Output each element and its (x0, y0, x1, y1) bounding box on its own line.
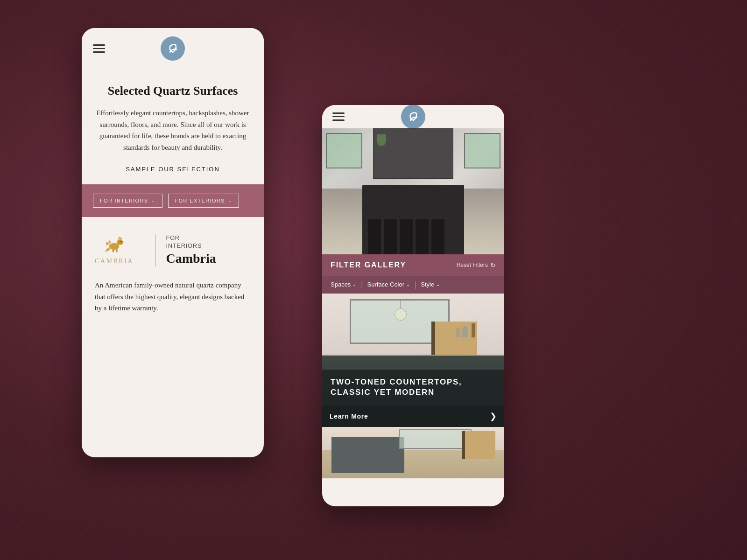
logo-circle[interactable] (161, 36, 185, 61)
chevron-down-icon: ⌄ (406, 282, 410, 287)
svg-point-0 (164, 40, 181, 57)
filter-tabs-section: FOR INTERIORS ⌄ FOR EXTERIORS ⌄ (82, 184, 264, 217)
left-phone-header (82, 28, 264, 69)
brand-name: Cambria (166, 251, 216, 266)
brand-description: An American family-owned natural quartz … (95, 280, 251, 314)
kitchen-hero-image (322, 128, 504, 254)
gallery-card-2 (322, 427, 504, 478)
chevron-down-icon: ⌄ (352, 282, 356, 287)
hero-section: Selected Quartz Surfaces Effortlessly el… (82, 69, 264, 184)
right-phone: FILTER GALLERY Reset Filters ↻ Spaces ⌄ … (322, 105, 504, 506)
hamburger-menu-icon[interactable] (93, 44, 105, 53)
gallery-caption: TWO-TONED COUNTERTOPS, CLASSIC YET MODER… (322, 370, 504, 405)
reset-icon: ↻ (490, 261, 496, 269)
svg-point-6 (405, 108, 422, 125)
brand-divider (155, 234, 156, 266)
brand-header: CAMBRIA FOR INTERIORS Cambria (95, 234, 251, 266)
learn-more-button[interactable]: Learn More ❯ (322, 406, 504, 427)
svg-rect-4 (116, 249, 118, 252)
style-dropdown[interactable]: Style ⌄ (421, 280, 440, 289)
svg-point-1 (109, 243, 120, 250)
for-interiors-tab[interactable]: FOR INTERIORS ⌄ (93, 194, 162, 208)
sample-cta-link[interactable]: SAMPLE OUR SELECTION (126, 166, 220, 173)
filter-gallery-bar: FILTER GALLERY Reset Filters ↻ (322, 254, 504, 276)
svg-point-5 (120, 241, 122, 242)
cambria-logo-area: CAMBRIA (95, 235, 145, 265)
cambria-wordmark: CAMBRIA (95, 258, 134, 265)
dragon-icon (101, 235, 127, 256)
chevron-down-icon: ⌄ (228, 198, 232, 203)
svg-rect-3 (113, 249, 114, 252)
filter-gallery-title: FILTER GALLERY (331, 261, 406, 269)
filter-dropdowns-bar: Spaces ⌄ | Surface Color ⌄ | Style ⌄ (322, 276, 504, 294)
hero-description: Effortlessly elegant countertops, backsp… (96, 107, 250, 154)
reset-filters-button[interactable]: Reset Filters ↻ (457, 261, 496, 269)
left-phone: Selected Quartz Surfaces Effortlessly el… (82, 28, 264, 457)
for-label: FOR INTERIORS (166, 234, 216, 250)
hero-title: Selected Quartz Surfaces (96, 83, 250, 99)
chevron-down-icon: ⌄ (151, 198, 155, 203)
brand-title-area: FOR INTERIORS Cambria (166, 234, 216, 266)
hamburger-menu-icon[interactable] (332, 112, 345, 121)
brand-section: CAMBRIA FOR INTERIORS Cambria An America… (82, 217, 264, 327)
gallery-caption-text: TWO-TONED COUNTERTOPS, CLASSIC YET MODER… (331, 377, 496, 398)
chevron-down-icon: ⌄ (436, 282, 440, 287)
spaces-dropdown[interactable]: Spaces ⌄ (331, 280, 356, 289)
arrow-right-icon: ❯ (490, 411, 497, 421)
right-phone-header (322, 105, 504, 128)
for-exteriors-tab[interactable]: FOR EXTERIORS ⌄ (168, 194, 239, 208)
surface-color-dropdown[interactable]: Surface Color ⌄ (367, 280, 410, 289)
gallery-card-1: TWO-TONED COUNTERTOPS, CLASSIC YET MODER… (322, 294, 504, 406)
logo-circle[interactable] (401, 105, 425, 129)
